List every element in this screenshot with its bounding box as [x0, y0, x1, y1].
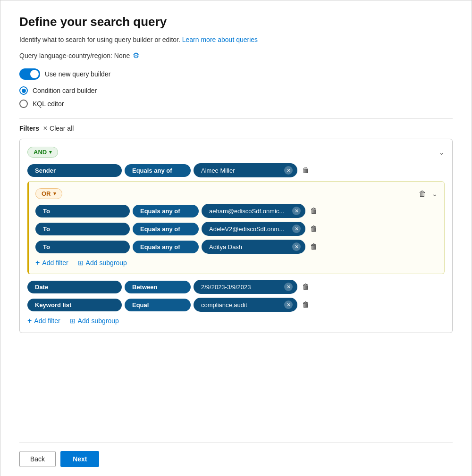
root-add-filter-icon: +	[27, 317, 32, 325]
to-filter-row-1: To Equals any of aeham@ediscoSdf.onmic..…	[35, 204, 438, 218]
to-value-text-2: AdeleV2@ediscoSdf.onm...	[209, 225, 289, 233]
and-logic-badge[interactable]: AND ▾	[27, 147, 58, 158]
to-field-chip-1[interactable]: To	[35, 205, 130, 217]
subgroup-add-row: + Add filter ⊞ Add subgroup	[35, 259, 438, 267]
or-subgroup-card: OR ▾ 🗑 ⌄ To Equals any of aeham@ediscoSd…	[27, 181, 445, 274]
subgroup-delete-btn[interactable]: 🗑	[417, 190, 428, 198]
to-operator-chip-3[interactable]: Equals any of	[133, 241, 199, 253]
date-delete-btn[interactable]: 🗑	[300, 283, 312, 291]
or-logic-badge[interactable]: OR ▾	[35, 188, 62, 199]
date-value-clear-btn[interactable]: ✕	[284, 283, 293, 291]
root-add-row: + Add filter ⊞ Add subgroup	[27, 317, 445, 325]
filters-label: Filters	[19, 125, 39, 132]
keyword-filter-row: Keyword list Equal compliance,audit ✕ 🗑	[27, 298, 445, 312]
date-value-text: 2/9/2023-3/9/2023	[201, 284, 281, 291]
date-field-chip[interactable]: Date	[27, 281, 122, 293]
sender-value-clear-btn[interactable]: ✕	[284, 166, 293, 175]
and-header: AND ▾ ⌄	[27, 147, 445, 158]
keyword-operator-chip[interactable]: Equal	[125, 299, 191, 311]
and-chevron-icon: ▾	[49, 149, 52, 155]
date-filter-row: Date Between 2/9/2023-3/9/2023 ✕ 🗑	[27, 280, 445, 294]
new-query-builder-toggle[interactable]	[19, 68, 40, 80]
to-delete-btn-1[interactable]: 🗑	[308, 207, 320, 215]
radio-kql-editor-label: KQL editor	[33, 100, 64, 108]
keyword-value-clear-btn[interactable]: ✕	[284, 301, 293, 309]
to-value-clear-btn-3[interactable]: ✕	[292, 242, 301, 251]
subgroup-controls: 🗑 ⌄	[417, 190, 438, 198]
subgroup-add-filter-icon: +	[35, 259, 40, 267]
to-field-chip-2[interactable]: To	[35, 223, 130, 235]
clear-all-x-icon: ✕	[43, 125, 48, 132]
next-button[interactable]: Next	[60, 451, 99, 467]
subgroup-add-subgroup-btn[interactable]: ⊞ Add subgroup	[78, 259, 127, 267]
toggle-row: Use new query builder	[19, 68, 453, 80]
to-value-chip-1[interactable]: aeham@ediscoSdf.onmic... ✕	[202, 204, 305, 218]
to-value-text-1: aeham@ediscoSdf.onmic...	[209, 208, 289, 215]
page-title: Define your search query	[19, 15, 453, 29]
page-description: Identify what to search for using query …	[19, 36, 453, 43]
subgroup-collapse-icon[interactable]: ⌄	[432, 190, 438, 198]
sender-value-text: Aimee Miller	[201, 167, 281, 174]
to-operator-chip-2[interactable]: Equals any of	[133, 223, 199, 235]
keyword-delete-btn[interactable]: 🗑	[300, 301, 312, 309]
sender-filter-row: Sender Equals any of Aimee Miller ✕ 🗑	[27, 163, 445, 177]
subgroup-add-filter-btn[interactable]: + Add filter	[35, 259, 68, 267]
to-value-clear-btn-2[interactable]: ✕	[292, 225, 301, 233]
bottom-actions: Back Next	[19, 442, 453, 467]
keyword-value-text: compliance,audit	[201, 301, 281, 309]
keyword-field-chip[interactable]: Keyword list	[27, 299, 122, 311]
radio-kql-editor-btn[interactable]	[19, 100, 28, 108]
language-icon[interactable]: ⚙	[133, 51, 139, 60]
root-add-subgroup-btn[interactable]: ⊞ Add subgroup	[70, 317, 119, 325]
root-add-filter-btn[interactable]: + Add filter	[27, 317, 60, 325]
query-language-row: Query language-country/region: None ⚙	[19, 51, 453, 60]
date-value-chip[interactable]: 2/9/2023-3/9/2023 ✕	[194, 280, 297, 294]
keyword-value-chip[interactable]: compliance,audit ✕	[194, 298, 297, 312]
radio-condition-card-label: Condition card builder	[33, 87, 97, 94]
sender-delete-btn[interactable]: 🗑	[300, 166, 312, 175]
query-builder-card: AND ▾ ⌄ Sender Equals any of Aimee Mille…	[19, 139, 453, 333]
or-chevron-icon: ▾	[53, 191, 56, 197]
to-operator-chip-1[interactable]: Equals any of	[133, 205, 199, 217]
and-collapse-icon[interactable]: ⌄	[439, 149, 445, 156]
toggle-label: Use new query builder	[45, 70, 110, 78]
to-field-chip-3[interactable]: To	[35, 241, 130, 253]
subgroup-add-subgroup-icon: ⊞	[78, 259, 84, 267]
back-button[interactable]: Back	[19, 451, 56, 467]
clear-all-button[interactable]: ✕ Clear all	[43, 125, 74, 132]
root-add-subgroup-icon: ⊞	[70, 317, 76, 325]
radio-condition-card-btn[interactable]	[19, 86, 28, 95]
to-filter-row-2: To Equals any of AdeleV2@ediscoSdf.onm..…	[35, 222, 438, 236]
to-delete-btn-3[interactable]: 🗑	[308, 242, 320, 251]
sender-value-chip[interactable]: Aimee Miller ✕	[194, 163, 297, 177]
radio-kql-editor[interactable]: KQL editor	[19, 100, 453, 108]
to-filter-row-3: To Equals any of Aditya Dash ✕ 🗑	[35, 240, 438, 254]
to-value-chip-2[interactable]: AdeleV2@ediscoSdf.onm... ✕	[202, 222, 305, 236]
or-subgroup-header: OR ▾ 🗑 ⌄	[35, 188, 438, 199]
to-value-text-3: Aditya Dash	[209, 243, 289, 251]
learn-more-link[interactable]: Learn more about queries	[182, 36, 258, 43]
sender-field-chip[interactable]: Sender	[27, 164, 122, 177]
to-value-chip-3[interactable]: Aditya Dash ✕	[202, 240, 305, 254]
to-value-clear-btn-1[interactable]: ✕	[292, 207, 301, 215]
to-delete-btn-2[interactable]: 🗑	[308, 225, 320, 233]
sender-operator-chip[interactable]: Equals any of	[125, 164, 191, 177]
filters-row: Filters ✕ Clear all	[19, 125, 453, 132]
date-operator-chip[interactable]: Between	[125, 281, 191, 293]
radio-condition-card[interactable]: Condition card builder	[19, 86, 453, 95]
